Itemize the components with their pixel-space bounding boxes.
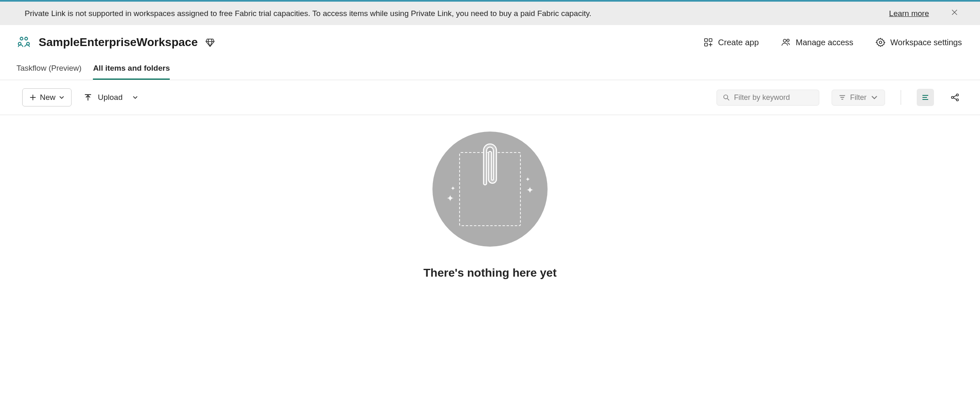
notification-bar: Private Link is not supported in workspa… bbox=[0, 2, 980, 25]
empty-illustration: ✦ ✦ ✦ ✦ bbox=[432, 132, 548, 247]
workspace-title: SampleEnterpriseWorkspace bbox=[39, 36, 198, 49]
diamond-icon bbox=[205, 37, 215, 47]
upload-button-label: Upload bbox=[98, 93, 122, 102]
chevron-down-icon bbox=[132, 95, 138, 100]
svg-point-28 bbox=[957, 99, 959, 101]
sparkle-icon: ✦ bbox=[526, 185, 534, 196]
svg-point-2 bbox=[20, 37, 23, 40]
svg-line-19 bbox=[727, 99, 729, 100]
svg-rect-6 bbox=[705, 39, 707, 42]
tabs-row: Taskflow (Preview) All items and folders bbox=[0, 56, 980, 80]
toolbar: New Upload Filter bbox=[0, 80, 980, 115]
notification-message: Private Link is not supported in workspa… bbox=[25, 9, 873, 18]
list-icon bbox=[921, 93, 929, 102]
empty-state: ✦ ✦ ✦ ✦ There's nothing here yet bbox=[0, 115, 980, 280]
svg-line-29 bbox=[953, 95, 956, 97]
learn-more-link[interactable]: Learn more bbox=[889, 9, 929, 18]
lineage-view-button[interactable] bbox=[946, 89, 964, 106]
sparkle-icon: ✦ bbox=[451, 185, 455, 192]
filter-button[interactable]: Filter bbox=[832, 90, 885, 106]
svg-point-3 bbox=[25, 37, 28, 40]
svg-line-30 bbox=[953, 98, 956, 99]
divider bbox=[901, 90, 901, 105]
list-view-toggle[interactable] bbox=[917, 89, 934, 106]
new-button[interactable]: New bbox=[22, 88, 72, 106]
plus-icon bbox=[29, 94, 37, 101]
app-icon bbox=[703, 37, 713, 47]
new-button-label: New bbox=[40, 93, 55, 102]
tab-all-items[interactable]: All items and folders bbox=[93, 60, 170, 80]
empty-state-title: There's nothing here yet bbox=[423, 266, 557, 280]
manage-access-button[interactable]: Manage access bbox=[779, 35, 855, 50]
manage-access-label: Manage access bbox=[796, 38, 853, 47]
filter-icon bbox=[839, 94, 846, 101]
upload-button[interactable]: Upload bbox=[84, 93, 138, 102]
workspace-settings-button[interactable]: Workspace settings bbox=[874, 35, 964, 50]
chevron-down-icon bbox=[871, 94, 878, 101]
chevron-down-icon bbox=[59, 95, 65, 100]
search-icon bbox=[723, 93, 730, 102]
svg-rect-8 bbox=[705, 43, 707, 46]
dashed-rect-icon bbox=[459, 152, 521, 226]
filter-input-wrap[interactable] bbox=[717, 90, 819, 106]
create-app-label: Create app bbox=[718, 38, 759, 47]
svg-point-11 bbox=[783, 39, 786, 42]
svg-point-13 bbox=[879, 41, 882, 44]
svg-point-26 bbox=[952, 97, 954, 99]
sparkle-icon: ✦ bbox=[525, 176, 530, 183]
svg-rect-7 bbox=[709, 39, 712, 42]
filter-keyword-input[interactable] bbox=[734, 93, 814, 102]
paperclip-icon bbox=[478, 138, 502, 200]
gear-icon bbox=[876, 37, 885, 47]
workspace-icon bbox=[16, 35, 31, 50]
svg-point-18 bbox=[724, 95, 728, 99]
close-icon[interactable] bbox=[950, 7, 959, 19]
tab-taskflow[interactable]: Taskflow (Preview) bbox=[16, 60, 81, 80]
svg-point-12 bbox=[787, 39, 789, 42]
people-icon bbox=[781, 37, 791, 47]
create-app-button[interactable]: Create app bbox=[702, 35, 760, 50]
sparkle-icon: ✦ bbox=[446, 193, 454, 204]
filter-button-label: Filter bbox=[850, 93, 867, 102]
upload-icon bbox=[84, 93, 92, 102]
lineage-icon bbox=[950, 93, 959, 102]
svg-point-27 bbox=[957, 94, 959, 96]
workspace-settings-label: Workspace settings bbox=[890, 38, 962, 47]
workspace-header: SampleEnterpriseWorkspace Create app Man… bbox=[0, 25, 980, 52]
